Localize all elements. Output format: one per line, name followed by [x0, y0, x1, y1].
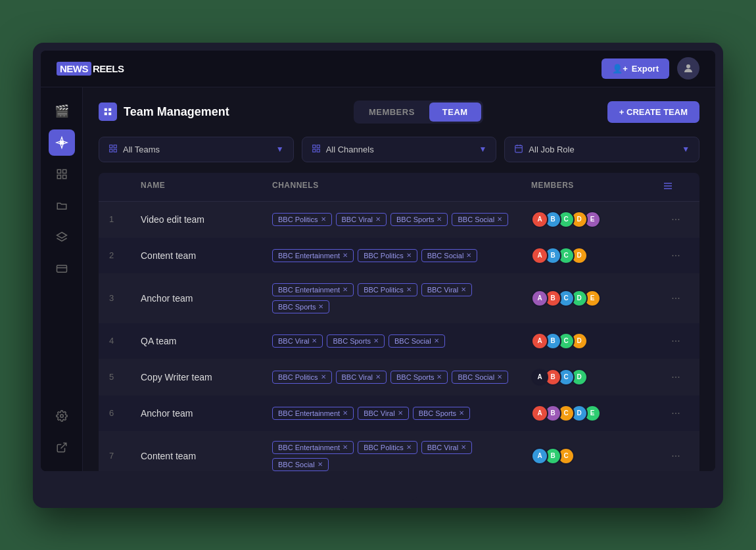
filter-jobrole-icon: [514, 144, 523, 155]
channel-tag-remove[interactable]: ✕: [434, 337, 439, 344]
channel-tag-remove[interactable]: ✕: [461, 286, 466, 293]
tab-team[interactable]: TEAM: [429, 103, 481, 122]
channel-tag-remove[interactable]: ✕: [461, 444, 466, 451]
channel-tag-remove[interactable]: ✕: [398, 409, 403, 417]
channel-tag-remove[interactable]: ✕: [459, 409, 464, 417]
row-members: ABCD: [531, 369, 663, 386]
page-header: Team Management MEMBERS TEAM + CREATE TE…: [99, 101, 699, 124]
filter-channels-chevron: ▼: [479, 145, 486, 154]
filter-channels[interactable]: All Channels ▼: [302, 137, 497, 162]
channel-tag-remove[interactable]: ✕: [321, 216, 326, 223]
svg-rect-7: [57, 265, 66, 272]
svg-rect-11: [108, 108, 111, 111]
page-title: Team Management: [124, 105, 229, 119]
channel-tag-remove[interactable]: ✕: [437, 216, 442, 223]
export-icon: 👤+: [612, 64, 628, 74]
topnav-right: 👤+ Export: [602, 57, 699, 80]
create-team-button[interactable]: + CREATE TEAM: [607, 101, 699, 123]
tab-members[interactable]: MEMBERS: [356, 103, 428, 122]
channel-tag-remove[interactable]: ✕: [373, 337, 379, 344]
row-name: Anchor team: [141, 293, 272, 304]
svg-rect-22: [515, 145, 523, 152]
svg-rect-3: [62, 170, 66, 173]
stand-neck: [358, 471, 398, 491]
filter-channels-icon: [312, 144, 321, 155]
table-row: 6Anchor teamBBC Entertainment ✕BBC Viral…: [99, 396, 699, 432]
svg-rect-5: [62, 175, 66, 178]
user-avatar[interactable]: [677, 57, 699, 80]
row-actions-menu[interactable]: ···: [663, 250, 689, 262]
row-actions-menu[interactable]: ···: [663, 292, 689, 304]
channel-tag: BBC Social ✕: [452, 213, 508, 226]
channel-tag-remove[interactable]: ✕: [375, 373, 381, 380]
channel-tag-remove[interactable]: ✕: [375, 216, 381, 223]
filter-jobrole-label: All Job Role: [529, 145, 574, 154]
stand-base: [339, 491, 417, 500]
sidebar-item-layers[interactable]: [49, 224, 75, 250]
sidebar-item-grid[interactable]: [49, 161, 75, 187]
row-channels: BBC Politics ✕BBC Viral ✕BBC Sports ✕BBC…: [272, 213, 531, 226]
row-num: 7: [109, 451, 141, 461]
channel-tag-remove[interactable]: ✕: [343, 409, 348, 417]
svg-rect-15: [114, 145, 116, 147]
export-button[interactable]: 👤+ Export: [602, 58, 669, 79]
sidebar-item-folder[interactable]: [49, 193, 75, 219]
channel-tag-remove[interactable]: ✕: [406, 286, 412, 293]
svg-marker-6: [57, 232, 66, 238]
tab-group: MEMBERS TEAM: [354, 101, 483, 124]
table-row: 1Video edit teamBBC Politics ✕BBC Viral …: [99, 202, 699, 238]
row-actions-menu[interactable]: ···: [663, 335, 689, 347]
row-members: ABCD: [531, 247, 663, 264]
channel-tag: BBC Sports ✕: [272, 300, 329, 313]
page-title-area: Team Management: [99, 103, 229, 121]
filter-job-role[interactable]: All Job Role ▼: [504, 137, 699, 162]
channel-tag-remove[interactable]: ✕: [497, 216, 502, 223]
channel-tag-remove[interactable]: ✕: [466, 252, 471, 259]
sidebar-item-video[interactable]: 🎬: [49, 98, 75, 124]
channel-tag-remove[interactable]: ✕: [406, 252, 412, 259]
sidebar-item-export[interactable]: [49, 434, 75, 461]
sidebar-item-settings[interactable]: [49, 403, 75, 429]
page-title-icon: [99, 103, 117, 121]
channel-tag-remove[interactable]: ✕: [343, 444, 348, 451]
row-members: ABCD: [531, 332, 663, 350]
channel-tag-remove[interactable]: ✕: [437, 373, 442, 380]
row-actions-menu[interactable]: ···: [663, 450, 689, 462]
channel-tag: BBC Politics ✕: [272, 371, 332, 384]
channel-tag-remove[interactable]: ✕: [406, 444, 412, 451]
export-label: Export: [632, 64, 659, 74]
table-row: 3Anchor teamBBC Entertainment ✕BBC Polit…: [99, 274, 699, 323]
channel-tag-remove[interactable]: ✕: [321, 373, 326, 380]
channel-tag-remove[interactable]: ✕: [343, 252, 348, 259]
channel-tag-remove[interactable]: ✕: [312, 337, 317, 344]
channel-tag-remove[interactable]: ✕: [343, 286, 348, 293]
sidebar: 🎬: [41, 87, 83, 471]
sidebar-item-billing[interactable]: [49, 256, 75, 282]
row-actions-menu[interactable]: ···: [663, 214, 689, 225]
table-header: Name Channels Members: [99, 173, 699, 202]
sidebar-item-teams[interactable]: [49, 129, 75, 156]
table-body: 1Video edit teamBBC Politics ✕BBC Viral …: [99, 202, 699, 471]
channel-tag-remove[interactable]: ✕: [497, 373, 502, 380]
app-body: 🎬: [41, 87, 715, 471]
table-row: 5Copy Writer teamBBC Politics ✕BBC Viral…: [99, 359, 699, 396]
channel-tag: BBC Social ✕: [389, 334, 445, 348]
header-num: [109, 181, 141, 193]
channel-tag: BBC Social ✕: [421, 249, 478, 262]
logo: NEWS REELS: [57, 62, 124, 76]
channel-tag: BBC Entertainment ✕: [272, 249, 354, 262]
filter-teams[interactable]: All Teams ▼: [99, 137, 294, 162]
channel-tag: BBC Viral ✕: [421, 441, 472, 454]
channel-tag: BBC Sports ✕: [413, 407, 470, 420]
channel-tag-remove[interactable]: ✕: [318, 461, 323, 468]
filter-jobrole-chevron: ▼: [682, 145, 690, 154]
row-name: Anchor team: [141, 408, 272, 419]
main-content: Team Management MEMBERS TEAM + CREATE TE…: [83, 87, 715, 471]
row-actions-menu[interactable]: ···: [663, 371, 689, 383]
channel-tag: BBC Entertainment ✕: [272, 283, 354, 296]
row-channels: BBC Entertainment ✕BBC Viral ✕BBC Sports…: [272, 407, 531, 420]
svg-rect-13: [108, 112, 111, 115]
channel-tag-remove[interactable]: ✕: [318, 303, 323, 310]
row-actions-menu[interactable]: ···: [663, 407, 689, 419]
svg-rect-4: [57, 175, 60, 178]
